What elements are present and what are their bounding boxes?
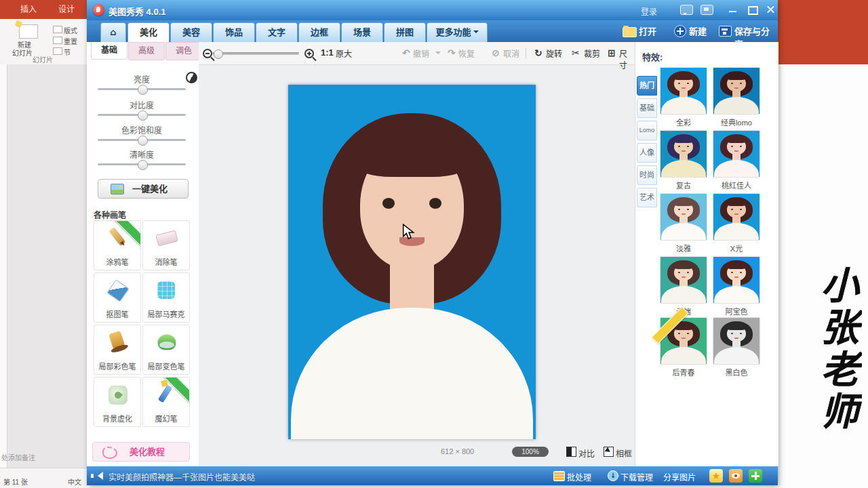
brush-doodle-pen[interactable]: 涂鸦笔 [94,220,141,270]
effect-category-basic[interactable]: 基础 [637,98,657,118]
pencil-icon [108,227,125,246]
camera-app-icon[interactable] [729,469,743,483]
tab-retouch[interactable]: 美容 [170,22,212,42]
effect-item[interactable]: X光 [713,194,760,253]
zoom-out-icon[interactable] [203,49,212,58]
feedback-icon[interactable] [680,5,693,15]
adjust-tab-color[interactable]: 调色 [165,42,202,60]
frame-button[interactable]: 相框 [616,447,632,459]
download-manager-button[interactable]: 下载管理 [620,471,653,483]
photo-canvas[interactable] [288,85,536,439]
ppt-reset-button[interactable]: 重置 [64,36,77,46]
new-slide-button-line2[interactable]: 幻灯片 [12,47,33,58]
undo-dropdown-icon[interactable] [435,52,441,57]
zoom-in-icon[interactable] [304,49,314,58]
brush-label: 局部彩色笔 [94,361,140,371]
ppt-notes-hint[interactable]: 处添加备注 [1,452,35,462]
download-icon: ↓ [608,470,618,481]
ppt-tab-design[interactable]: 设计 [58,0,75,19]
brush-local-color-pen[interactable]: 局部彩色笔 [94,325,141,375]
ppt-layout-button[interactable]: 版式 [64,25,77,35]
brush-eraser-pen[interactable]: 消除笔 [142,220,190,270]
share-picture-button[interactable]: 分享图片 [663,471,696,483]
canvas-info-bar: 612 × 800 100% 对比 相框 [199,445,635,462]
compare-button[interactable]: 对比 [578,447,595,459]
ppt-section-button[interactable]: 节 [64,47,71,57]
batch-processing-button[interactable]: 批处理 [567,471,591,483]
add-app-icon[interactable] [749,469,762,483]
brightness-slider[interactable] [98,88,186,90]
effect-category-lomo[interactable]: Lomo [637,121,657,140]
brush-cutout-pen[interactable]: 抠图笔 [94,272,141,323]
effect-category-fashion[interactable]: 时尚 [637,165,657,185]
effect-item[interactable]: 黑白色 [713,318,760,378]
beautify-tutorial-button[interactable]: 美化教程 [92,442,190,462]
tab-collage[interactable]: 拼图 [384,22,426,42]
effect-category-art[interactable]: 艺术 [637,188,657,207]
ppt-group-label: 幻灯片 [33,54,53,64]
slider-thumb[interactable] [138,136,148,146]
close-button[interactable] [762,4,780,15]
effect-item[interactable]: 经典lomo [713,68,760,127]
effect-item[interactable]: 桃红佳人 [713,131,760,190]
ppt-tab-insert[interactable]: 插入 [20,0,37,19]
crop-button[interactable]: 裁剪 [584,47,600,59]
zoom-slider[interactable] [212,52,299,55]
open-icon [623,27,637,37]
effect-item[interactable]: 全彩 [660,68,707,127]
tab-text[interactable]: 文字 [256,22,298,42]
one-to-one-icon[interactable]: 1:1 [321,47,334,58]
login-link[interactable]: 登录 [641,5,657,17]
redo-button[interactable]: 恢复 [458,47,475,59]
adjust-tab-basic[interactable]: 基础 [91,42,127,60]
tab-border[interactable]: 边框 [298,22,340,42]
contrast-slider[interactable] [98,114,186,116]
new-button[interactable]: 新建 [689,24,707,37]
cancel-icon[interactable]: ⊘ [492,47,500,58]
open-button[interactable]: 打开 [639,24,656,37]
undo-button[interactable]: 撤销 [413,47,429,59]
maximize-button[interactable] [743,4,761,15]
cancel-button[interactable]: 取消 [503,47,519,59]
rotate-icon[interactable]: ↻ [534,47,542,58]
effect-category-portrait[interactable]: 人像 [637,143,657,163]
slider-thumb[interactable] [138,160,148,170]
adjust-tab-advanced[interactable]: 高级 [128,42,165,60]
tab-more-functions[interactable]: 更多功能 [427,22,488,42]
brush-background-blur[interactable]: 背景虚化 [94,377,141,427]
effect-item[interactable]: 淡雅 [660,194,707,253]
tab-beautify[interactable]: 美化 [127,22,170,43]
batch-icon [553,471,565,481]
app-logo-icon [93,4,104,16]
minimize-button[interactable] [724,4,742,15]
effect-category-hot[interactable]: 热门 [637,76,657,96]
effect-item[interactable]: 复古 [660,131,707,190]
redo-icon[interactable]: ↷ [448,47,456,58]
sharpness-slider[interactable] [98,163,186,165]
tab-home[interactable]: ⌂ [100,22,126,42]
brush-color-change-pen[interactable]: 局部变色笔 [142,325,190,375]
canvas-area: 1:1 原大 ↶ 撤销 ↷ 恢复 ⊘ 取消 ↻ 旋转 ✂ 裁剪 ⊞ 尺寸 [199,42,635,466]
original-size-button[interactable]: 原大 [336,47,352,59]
slider-thumb[interactable] [138,110,148,121]
crop-icon[interactable]: ✂ [572,47,580,58]
effect-item[interactable]: 阿宝色 [713,257,760,317]
compare-reset-icon[interactable] [186,72,197,83]
tab-scene[interactable]: 场景 [341,22,383,42]
effect-item[interactable]: 后青春 [660,318,707,378]
slider-thumb[interactable] [138,85,148,95]
brush-magic-pen[interactable]: 魔幻笔 [142,377,190,427]
saturation-slider[interactable] [98,139,186,141]
one-click-beautify-button[interactable]: 一键美化 [98,179,189,199]
theme-icon[interactable] [701,5,713,15]
brush-label: 抠图笔 [94,308,140,319]
tab-accessories[interactable]: 饰品 [213,22,255,42]
resize-icon[interactable]: ⊞ [608,47,616,58]
star-app-icon[interactable]: ★ [709,469,723,483]
brush-local-mosaic[interactable]: 局部马赛克 [142,272,190,323]
resize-button[interactable]: 尺寸 [619,47,635,70]
rotate-button[interactable]: 旋转 [546,47,562,59]
zoom-slider-thumb[interactable] [214,49,223,59]
undo-icon[interactable]: ↶ [402,47,410,58]
paint-icon [157,334,176,350]
